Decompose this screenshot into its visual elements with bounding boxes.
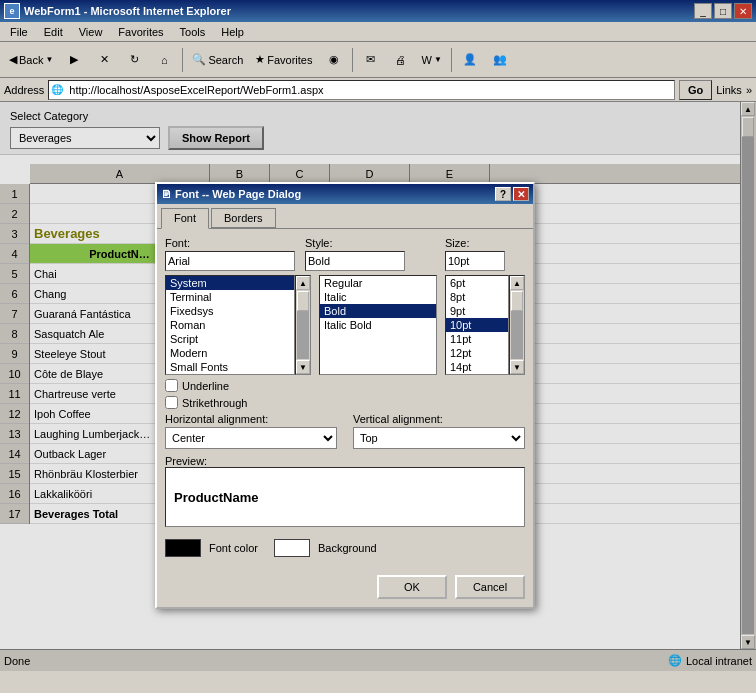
font-label: Font:: [165, 237, 297, 249]
star-icon: ★: [255, 53, 265, 66]
dialog-controls[interactable]: ? ✕: [495, 187, 529, 201]
font-list[interactable]: System Terminal Fixedsys Roman Script Mo…: [165, 275, 295, 375]
forward-button[interactable]: ▶: [60, 46, 88, 74]
menu-bar: File Edit View Favorites Tools Help: [0, 22, 756, 42]
size-scroll-thumb[interactable]: [511, 291, 523, 311]
menu-favorites[interactable]: Favorites: [110, 24, 171, 40]
list-item[interactable]: System: [166, 276, 294, 290]
separator-1: [182, 48, 183, 72]
list-item[interactable]: 12pt: [446, 346, 508, 360]
font-input[interactable]: [165, 251, 295, 271]
list-item[interactable]: Italic Bold: [320, 318, 436, 332]
list-item[interactable]: MS Serif: [166, 374, 294, 375]
background-color-swatch[interactable]: [274, 539, 310, 557]
font-scroll-track: [297, 291, 309, 359]
underline-checkbox[interactable]: [165, 379, 178, 392]
list-item[interactable]: Bold: [320, 304, 436, 318]
list-item[interactable]: Script: [166, 332, 294, 346]
cancel-button[interactable]: Cancel: [455, 575, 525, 599]
menu-view[interactable]: View: [71, 24, 111, 40]
list-item[interactable]: 6pt: [446, 276, 508, 290]
strikethrough-label[interactable]: Strikethrough: [182, 397, 247, 409]
toolbar: ◀ Back ▼ ▶ ✕ ↻ ⌂ 🔍 Search ★ Favorites ◉ …: [0, 42, 756, 78]
size-list-col: 6pt 8pt 9pt 10pt 11pt 12pt 14pt 16pt 18p…: [445, 275, 525, 375]
font-list-scrollbar[interactable]: ▲ ▼: [295, 275, 311, 375]
background-color-row: Background: [274, 539, 377, 557]
list-item[interactable]: 16pt: [446, 374, 508, 375]
mail-button[interactable]: ✉: [357, 46, 385, 74]
list-item[interactable]: Fixedsys: [166, 304, 294, 318]
favorites-button[interactable]: ★ Favorites: [250, 46, 317, 74]
list-item[interactable]: Regular: [320, 276, 436, 290]
size-list-scrollbar[interactable]: ▲ ▼: [509, 275, 525, 375]
list-item[interactable]: 10pt: [446, 318, 508, 332]
font-color-swatch[interactable]: [165, 539, 201, 557]
word-dropdown-arrow: ▼: [434, 55, 442, 64]
list-item[interactable]: Roman: [166, 318, 294, 332]
font-field-col: Font:: [165, 237, 297, 271]
dialog-help-button[interactable]: ?: [495, 187, 511, 201]
list-item[interactable]: 8pt: [446, 290, 508, 304]
stop-button[interactable]: ✕: [90, 46, 118, 74]
back-button[interactable]: ◀ Back ▼: [4, 46, 58, 74]
preview-section: Preview: ProductName: [165, 455, 525, 527]
font-scroll-up[interactable]: ▲: [296, 276, 310, 290]
word-button[interactable]: W ▼: [417, 46, 447, 74]
close-button[interactable]: ✕: [734, 3, 752, 19]
list-item[interactable]: Terminal: [166, 290, 294, 304]
field-labels-row: Font: Style: Size:: [165, 237, 525, 271]
tab-font[interactable]: Font: [161, 208, 209, 229]
links-label[interactable]: Links: [716, 84, 742, 96]
size-scroll-down[interactable]: ▼: [510, 360, 524, 374]
menu-help[interactable]: Help: [213, 24, 252, 40]
list-item[interactable]: 14pt: [446, 360, 508, 374]
maximize-button[interactable]: □: [714, 3, 732, 19]
media-button[interactable]: ◉: [320, 46, 348, 74]
expand-icon[interactable]: »: [746, 84, 752, 96]
menu-edit[interactable]: Edit: [36, 24, 71, 40]
list-item[interactable]: Italic: [320, 290, 436, 304]
horizontal-alignment-select[interactable]: Center Left Right General: [165, 427, 337, 449]
size-list-container: 6pt 8pt 9pt 10pt 11pt 12pt 14pt 16pt 18p…: [445, 275, 525, 375]
minimize-button[interactable]: _: [694, 3, 712, 19]
list-item[interactable]: 11pt: [446, 332, 508, 346]
address-bar: Address 🌐 Go Links »: [0, 78, 756, 102]
home-button[interactable]: ⌂: [150, 46, 178, 74]
size-scroll-up[interactable]: ▲: [510, 276, 524, 290]
size-list[interactable]: 6pt 8pt 9pt 10pt 11pt 12pt 14pt 16pt 18p…: [445, 275, 509, 375]
list-item[interactable]: 9pt: [446, 304, 508, 318]
print-button[interactable]: 🖨: [387, 46, 415, 74]
size-input[interactable]: [445, 251, 505, 271]
tab-borders[interactable]: Borders: [211, 208, 276, 228]
style-list[interactable]: Regular Italic Bold Italic Bold: [319, 275, 437, 375]
underline-label[interactable]: Underline: [182, 380, 229, 392]
go-button[interactable]: Go: [679, 80, 712, 100]
search-button[interactable]: 🔍 Search: [187, 46, 248, 74]
color-section: Font color Background: [165, 533, 525, 563]
address-label: Address: [4, 84, 44, 96]
address-lock-icon: 🌐: [49, 84, 65, 95]
address-input[interactable]: [65, 81, 674, 99]
preview-text: ProductName: [174, 490, 259, 505]
dialog-title-bar: 🖹 Font -- Web Page Dialog ? ✕: [157, 184, 533, 204]
window-controls[interactable]: _ □ ✕: [694, 3, 752, 19]
font-scroll-down[interactable]: ▼: [296, 360, 310, 374]
list-item[interactable]: Small Fonts: [166, 360, 294, 374]
menu-tools[interactable]: Tools: [172, 24, 214, 40]
preview-label: Preview:: [165, 455, 207, 467]
extra-icon1[interactable]: 👥: [486, 46, 514, 74]
menu-file[interactable]: File: [2, 24, 36, 40]
refresh-button[interactable]: ↻: [120, 46, 148, 74]
style-input[interactable]: [305, 251, 405, 271]
horizontal-align-col: Horizontal alignment: Center Left Right …: [165, 413, 337, 449]
ok-button[interactable]: OK: [377, 575, 447, 599]
font-scroll-thumb[interactable]: [297, 291, 309, 311]
vertical-align-col: Vertical alignment: Top Middle Bottom: [353, 413, 525, 449]
list-item[interactable]: Modern: [166, 346, 294, 360]
icon1: 👥: [493, 53, 507, 66]
dialog-close-button[interactable]: ✕: [513, 187, 529, 201]
strikethrough-checkbox[interactable]: [165, 396, 178, 409]
vertical-alignment-select[interactable]: Top Middle Bottom: [353, 427, 525, 449]
dialog-overlay: 🖹 Font -- Web Page Dialog ? ✕ Font Borde…: [0, 102, 756, 671]
messenger-button[interactable]: 👤: [456, 46, 484, 74]
